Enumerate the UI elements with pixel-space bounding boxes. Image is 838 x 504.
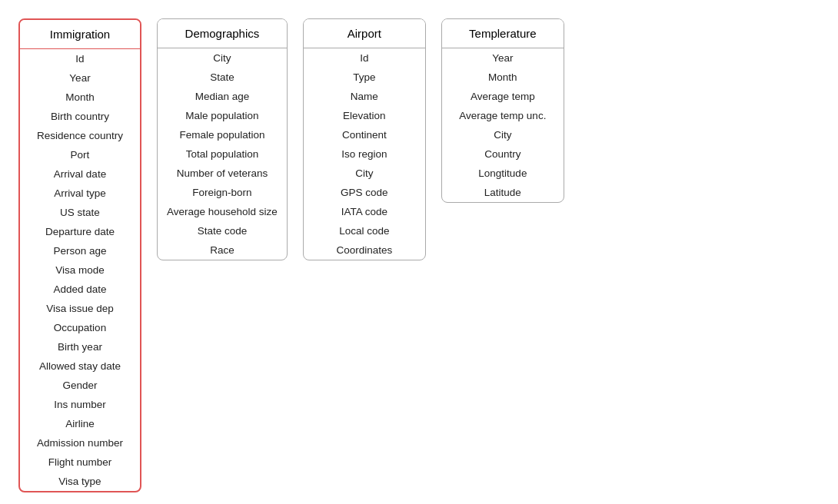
table-body-demographics: CityStateMedian ageMale populationFemale…	[158, 48, 287, 260]
table-row: Occupation	[20, 318, 140, 337]
table-row: Flight number	[20, 453, 140, 472]
table-row: Average household size	[158, 202, 287, 221]
table-airport: AirportIdTypeNameElevationContinentIso r…	[303, 18, 426, 260]
table-row: Port	[20, 145, 140, 164]
table-demographics: DemographicsCityStateMedian ageMale popu…	[157, 18, 288, 260]
table-row: Iso region	[304, 144, 425, 164]
table-row: Average temp	[442, 87, 564, 106]
table-row: Airline	[20, 414, 140, 433]
table-row: Median age	[158, 87, 287, 106]
table-row: US state	[20, 203, 140, 222]
table-header-demographics: Demographics	[158, 19, 287, 48]
table-row: State	[158, 68, 287, 87]
table-row: Visa type	[20, 472, 140, 491]
table-row: Person age	[20, 241, 140, 260]
table-row: Visa mode	[20, 260, 140, 280]
table-row: Name	[304, 87, 425, 106]
table-row: Local code	[304, 221, 425, 240]
table-row: Arrival type	[20, 184, 140, 203]
table-row: Arrival date	[20, 164, 140, 184]
table-body-immigration: IdYearMonthBirth countryResidence countr…	[20, 49, 140, 491]
table-row: Id	[20, 49, 140, 68]
tables-container: ImmigrationIdYearMonthBirth countryResid…	[12, 12, 826, 499]
table-temperature: TempleratureYearMonthAverage tempAverage…	[441, 18, 564, 203]
table-row: Birth country	[20, 107, 140, 126]
table-row: Female population	[158, 125, 287, 144]
table-row: IATA code	[304, 202, 425, 221]
table-row: Average temp unc.	[442, 106, 564, 125]
table-row: Birth year	[20, 337, 140, 356]
table-row: Race	[158, 240, 287, 260]
table-row: State code	[158, 221, 287, 240]
table-row: GPS code	[304, 183, 425, 202]
table-body-airport: IdTypeNameElevationContinentIso regionCi…	[304, 48, 425, 260]
table-header-airport: Airport	[304, 19, 425, 48]
table-row: Coordinates	[304, 240, 425, 260]
table-row: Elevation	[304, 106, 425, 125]
table-row: City	[442, 125, 564, 144]
table-row: Ins number	[20, 395, 140, 414]
table-row: Male population	[158, 106, 287, 125]
table-row: Year	[442, 48, 564, 68]
table-row: Foreign-born	[158, 183, 287, 202]
table-row: City	[304, 164, 425, 183]
table-row: Admission number	[20, 433, 140, 453]
table-row: Month	[20, 88, 140, 107]
table-row: Longtitude	[442, 164, 564, 183]
table-row: Month	[442, 68, 564, 87]
table-immigration: ImmigrationIdYearMonthBirth countryResid…	[18, 18, 141, 492]
table-row: Allowed stay date	[20, 356, 140, 376]
table-row: Number of veterans	[158, 164, 287, 183]
table-row: Country	[442, 144, 564, 164]
table-row: Total population	[158, 144, 287, 164]
table-row: Type	[304, 68, 425, 87]
table-header-immigration: Immigration	[20, 20, 140, 49]
table-row: Added date	[20, 280, 140, 299]
table-row: City	[158, 48, 287, 68]
table-row: Year	[20, 68, 140, 88]
table-row: Id	[304, 48, 425, 68]
table-row: Departure date	[20, 222, 140, 241]
table-row: Residence country	[20, 126, 140, 145]
table-row: Latitude	[442, 183, 564, 202]
table-row: Continent	[304, 125, 425, 144]
table-row: Visa issue dep	[20, 299, 140, 318]
table-header-temperature: Templerature	[442, 19, 564, 48]
table-body-temperature: YearMonthAverage tempAverage temp unc.Ci…	[442, 48, 564, 202]
table-row: Gender	[20, 376, 140, 395]
